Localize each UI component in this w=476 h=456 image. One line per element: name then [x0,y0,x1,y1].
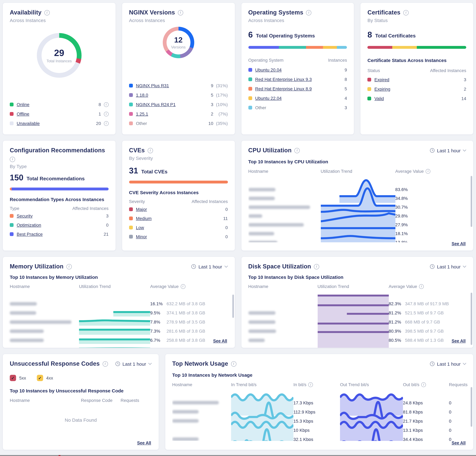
os-link[interactable]: Ubuntu 22.04 [255,96,282,101]
info-icon[interactable]: i [104,111,109,116]
info-icon[interactable]: i [314,264,319,269]
memory-scrollbar[interactable] [232,295,234,318]
availability-title: Availability [10,9,42,16]
hostname-redacted [172,419,199,423]
in-value: 32.1 Kbps [293,437,340,441]
security-link[interactable]: Security [17,213,33,218]
os-color-chip [248,106,252,110]
info-icon[interactable]: i [66,264,72,269]
cve-row: Medium 11 [129,214,228,223]
minor-link[interactable]: Minor [136,234,147,239]
network-see-all-link[interactable]: See All [452,440,466,445]
info-icon[interactable]: i [44,10,50,15]
expired-link[interactable]: Expired [374,77,390,82]
info-icon[interactable]: i [104,102,109,107]
expiring-link[interactable]: Expiring [374,86,390,92]
requests-value: 0 [449,400,466,405]
info-icon[interactable]: i [308,382,313,387]
hostname-redacted [248,214,262,218]
response-codes-title: Unsuccessful Response Codes [10,360,100,367]
cert-col-header: Status [367,68,380,73]
info-icon[interactable]: i [403,10,409,15]
cpu-see-all-link[interactable]: See All [452,241,466,246]
memory-col-value: Average Value [150,284,179,289]
rec-col-header: Affected Instances [72,206,109,211]
best-practice-link[interactable]: Best Practice [17,232,43,237]
info-icon[interactable]: i [102,361,108,366]
online-color-chip [10,103,14,106]
memory-average-detail: 632.2 MB of 3.8 GB [167,301,205,306]
info-icon[interactable]: i [178,10,183,15]
legend-row: Other 10 (35%) [129,119,228,128]
os-row: Red Hat Enterprise Linux 9.3 8 [248,75,347,84]
info-icon[interactable]: i [419,284,424,289]
disk-average-detail: 521.5 MB of 9.7 GB [405,311,444,315]
version-link[interactable]: 1.18.0 [136,93,148,98]
table-row: 17.3 Kbps 24.8 Kbps 0 [172,390,466,399]
cve-color-chip [129,226,133,229]
cves-subtitle: By Severity [129,155,228,161]
clock-icon [191,264,196,269]
valid-link[interactable]: Valid [374,96,384,101]
low-link[interactable]: Low [136,225,144,230]
cpu-average-value: 30.7% [395,205,466,210]
os-count: 8 [345,77,347,82]
cpu-time-range-dropdown[interactable]: Last 1 hour [430,148,466,153]
hostname-redacted [10,329,44,333]
net-col-requests: Requests [449,382,468,387]
out-value: 81.8 Kbps [403,409,449,414]
network-scrollbar[interactable] [471,387,472,427]
4xx-checkbox[interactable]: ✓ [37,375,43,381]
version-link[interactable]: 1.25.1 [136,111,148,117]
network-time-range-dropdown[interactable]: Last 1 hour [430,361,466,366]
disk-see-all-link[interactable]: See All [452,339,466,343]
memory-see-all-link[interactable]: See All [213,339,227,343]
info-icon[interactable]: i [104,121,109,126]
info-icon[interactable]: i [148,148,153,153]
disk-time-range-dropdown[interactable]: Last 1 hour [430,264,466,269]
rec-col-header: Type [10,206,19,211]
out-value: 13.1 Kbps [403,428,449,432]
unavailable-link[interactable]: Unavailable [17,121,40,126]
cve-count: 11 [223,216,228,221]
hostname-redacted [172,410,199,414]
cves-section-heading: CVE Severity Across Instances [129,190,228,195]
os-row: Ubuntu 22.04 4 [248,93,347,103]
memory-time-range-dropdown[interactable]: Last 1 hour [191,264,228,269]
os-link[interactable]: Red Hat Enterprise Linux 9.3 [255,77,312,82]
cpu-scrollbar[interactable] [471,176,472,227]
cpu-time-range-label: Last 1 hour [437,148,460,153]
info-icon[interactable]: i [306,10,312,15]
info-icon[interactable]: i [180,284,185,289]
memory-average-value: 9.5% [150,311,167,315]
response-codes-time-range-dropdown[interactable]: Last 1 hour [115,361,152,366]
online-link[interactable]: Online [17,102,29,107]
os-link[interactable]: Red Hat Enterprise Linux 8.9 [255,86,312,91]
info-icon[interactable]: i [294,148,300,153]
info-icon[interactable]: i [426,169,430,174]
offline-link[interactable]: Offline [17,111,29,117]
os-color-chip [248,96,252,100]
major-link[interactable]: Major [136,207,147,212]
medium-link[interactable]: Medium [136,216,152,221]
os-link[interactable]: Ubuntu 20.04 [255,67,282,72]
cves-total-label: Total CVEs [141,169,168,175]
info-icon[interactable]: i [421,382,426,387]
info-icon[interactable]: i [10,157,15,162]
hostname-redacted [248,339,265,342]
info-icon[interactable]: i [231,361,236,366]
in-value: 17.3 Kbps [293,400,340,405]
cpu-average-value: 18.1% [395,231,466,236]
optimization-link[interactable]: Optimization [17,222,41,228]
hostname-redacted [248,205,310,209]
response-codes-see-all-link[interactable]: See All [137,440,151,445]
version-link[interactable]: NGINX Plus R31 [136,83,169,88]
out-value: 24.8 Kbps [403,400,449,405]
disk-scrollbar[interactable] [471,293,472,345]
os-total: 6 [248,30,253,40]
version-link[interactable]: NGINX Plus R24 P1 [136,102,176,107]
os-total-label: Total Operating Systems [256,33,315,39]
net-col-out-trend: Out Trend bit/s [340,382,403,387]
5xx-checkbox[interactable]: ✓ [10,375,16,381]
version-color-chip [129,93,133,97]
